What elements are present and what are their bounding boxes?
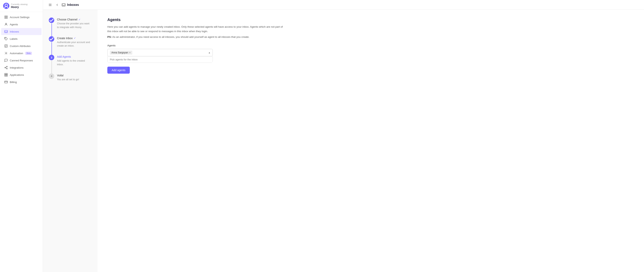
svg-rect-4	[6, 17, 8, 18]
svg-rect-1	[5, 16, 6, 17]
sidebar-item-agents[interactable]: Agents	[1, 21, 42, 28]
step-2-circle	[49, 36, 54, 42]
svg-point-7	[5, 38, 6, 38]
agents-search-input[interactable]	[108, 56, 212, 63]
sidebar-item-billing[interactable]: Billing	[1, 79, 42, 86]
svg-point-13	[6, 66, 8, 67]
step-4-content: Voila! You are all set to go!	[57, 73, 79, 81]
form-description: Here you can add agents to manage your n…	[107, 25, 283, 34]
svg-rect-20	[5, 75, 6, 76]
step-2-content: Create Inbox ✓ Authenticate your account…	[57, 36, 92, 48]
app-logo	[3, 3, 9, 9]
automation-icon	[4, 51, 8, 55]
inbox-icon	[4, 30, 8, 33]
agents-field-label: Agents	[107, 44, 634, 47]
ps-prefix: PS:	[107, 35, 112, 38]
step-3-content: Add Agents Add agents to the created inb…	[57, 55, 92, 66]
svg-rect-3	[5, 17, 6, 18]
agent-tag-remove[interactable]: ×	[129, 51, 130, 54]
form-panel: Agents Here you can add agents to manage…	[98, 10, 644, 272]
step-3-circle: 3	[49, 55, 54, 60]
svg-rect-22	[5, 81, 8, 83]
sidebar-label-applications: Applications	[10, 73, 24, 76]
svg-point-5	[6, 23, 7, 24]
svg-point-15	[6, 68, 8, 69]
ps-text: As an administrator, if you need access …	[112, 35, 250, 38]
topbar: Inboxes	[43, 0, 644, 10]
billing-icon	[4, 80, 8, 84]
agents-dropdown-container: Anna Sargsyan × ▲	[107, 49, 213, 63]
sidebar-item-labels[interactable]: Labels	[1, 35, 42, 42]
custom-attr-icon	[4, 44, 8, 48]
form-heading: Agents	[107, 17, 634, 22]
steps-panel: Choose Channel ✓ Choose the provider you…	[43, 10, 98, 272]
step-2: Create Inbox ✓ Authenticate your account…	[49, 36, 92, 48]
sidebar-label-agents: Agents	[10, 23, 18, 26]
sidebar: Currently viewing: Hoory Account Setting…	[0, 0, 43, 272]
integrations-icon	[4, 66, 8, 69]
nav-list: Account Settings Agents Inboxes	[0, 12, 43, 272]
sidebar-item-account-settings[interactable]: Account Settings	[1, 14, 42, 21]
svg-point-12	[6, 53, 7, 54]
sidebar-label-canned-responses: Canned Responses	[10, 59, 33, 62]
svg-line-17	[6, 67, 6, 67]
canned-icon	[4, 59, 8, 62]
step-3-desc: Add agents to the created inbox.	[57, 59, 92, 66]
viewing-label: Currently viewing:	[11, 3, 28, 5]
step-2-desc: Authenticate your account and create an …	[57, 40, 92, 48]
step-4: 4 Voila! You are all set to go!	[49, 73, 92, 81]
sidebar-label-account-settings: Account Settings	[10, 16, 30, 19]
step-1-title: Choose Channel ✓	[57, 18, 92, 21]
step-4-desc: You are all set to go!	[57, 78, 79, 81]
svg-rect-18	[5, 73, 6, 75]
sidebar-label-labels: Labels	[10, 37, 18, 40]
sidebar-item-applications[interactable]: Applications	[1, 71, 42, 78]
step-3-title: Add Agents	[57, 55, 92, 58]
page-title-area: Inboxes	[62, 3, 79, 7]
form-ps: PS: As an administrator, if you need acc…	[107, 35, 283, 39]
step-1: Choose Channel ✓ Choose the provider you…	[49, 17, 92, 29]
labels-icon	[4, 37, 8, 40]
back-button[interactable]	[55, 2, 60, 7]
settings-icon	[4, 15, 8, 19]
applications-icon	[4, 73, 8, 77]
agents-search-dropdown	[107, 56, 213, 63]
sidebar-item-automation[interactable]: Automation Beta	[1, 50, 42, 57]
agents-input-box[interactable]: Anna Sargsyan × ▲	[107, 49, 213, 56]
agent-tag-name: Anna Sargsyan	[112, 51, 128, 54]
step-1-check: ✓	[78, 18, 80, 21]
step-1-desc: Choose the provider you want to integrat…	[57, 22, 92, 29]
content-area: Choose Channel ✓ Choose the provider you…	[43, 10, 644, 272]
page-inbox-icon	[62, 3, 66, 7]
sidebar-label-custom-attributes: Custom Attributes	[10, 45, 31, 48]
agent-tag-anna: Anna Sargsyan ×	[110, 51, 132, 55]
step-4-title: Voila!	[57, 74, 79, 77]
sidebar-item-integrations[interactable]: Integrations	[1, 64, 42, 71]
step-3: 3 Add Agents Add agents to the created i…	[49, 55, 92, 66]
sidebar-item-custom-attributes[interactable]: Custom Attributes	[1, 42, 42, 49]
sidebar-item-canned-responses[interactable]: Canned Responses	[1, 57, 42, 64]
sidebar-label-inboxes: Inboxes	[10, 30, 19, 33]
agents-icon	[4, 23, 8, 26]
sidebar-label-automation: Automation	[10, 52, 23, 55]
sidebar-label-billing: Billing	[10, 81, 17, 84]
svg-rect-21	[6, 75, 8, 76]
main-area: Inboxes Choose Channel ✓ Choose the prov…	[43, 0, 644, 272]
svg-point-14	[5, 67, 6, 68]
add-agents-button[interactable]: Add agents	[107, 67, 130, 74]
step-2-check: ✓	[74, 37, 76, 40]
account-name: Hoory	[11, 5, 28, 8]
sidebar-label-integrations: Integrations	[10, 66, 24, 69]
page-title: Inboxes	[67, 3, 79, 7]
chevron-up-icon: ▲	[208, 51, 210, 54]
svg-line-16	[6, 68, 6, 68]
automation-beta-badge: Beta	[25, 52, 32, 55]
step-2-title: Create Inbox ✓	[57, 37, 92, 40]
step-4-circle: 4	[49, 73, 54, 79]
step-1-circle	[49, 17, 54, 23]
svg-rect-2	[6, 16, 8, 17]
sidebar-item-inboxes[interactable]: Inboxes	[1, 28, 42, 35]
menu-toggle-button[interactable]	[48, 2, 53, 7]
sidebar-header: Currently viewing: Hoory	[0, 0, 43, 12]
step-1-content: Choose Channel ✓ Choose the provider you…	[57, 17, 92, 29]
